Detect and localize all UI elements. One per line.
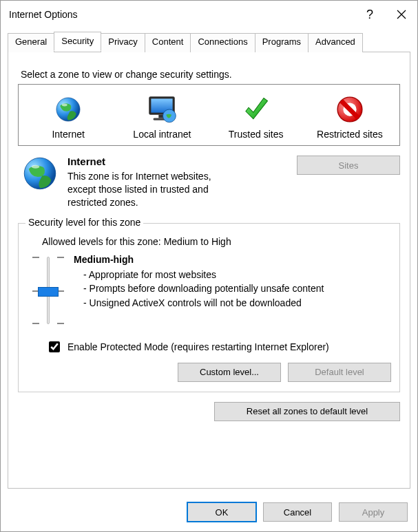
- tab-advanced[interactable]: Advanced: [308, 33, 363, 52]
- cancel-button[interactable]: Cancel: [263, 502, 332, 522]
- tab-content[interactable]: Content: [145, 33, 191, 52]
- zone-item-local-intranet[interactable]: Local intranet: [116, 90, 207, 141]
- security-bullet: - Appropriate for most websites: [83, 268, 324, 281]
- zone-detail: Internet This zone is for Internet websi…: [18, 156, 400, 209]
- tab-connections[interactable]: Connections: [190, 33, 255, 52]
- zone-list: Internet Local intranet: [18, 84, 400, 146]
- zone-item-trusted[interactable]: Trusted sites: [211, 90, 302, 141]
- zone-label: Restricted sites: [304, 129, 395, 140]
- svg-point-3: [62, 103, 67, 106]
- tab-security[interactable]: Security: [54, 32, 101, 51]
- zone-label: Local intranet: [116, 129, 207, 140]
- protected-mode-input[interactable]: [49, 341, 60, 352]
- sites-button[interactable]: Sites: [297, 156, 400, 175]
- dialog-button-row: OK Cancel Apply: [1, 496, 417, 531]
- allowed-levels-label: Allowed levels for this zone: Medium to …: [42, 236, 391, 247]
- security-level-legend: Security level for this zone: [25, 217, 143, 228]
- zone-detail-description: This zone is for Internet websites, exce…: [67, 170, 233, 209]
- security-level-slider[interactable]: [30, 253, 67, 328]
- security-level-description: Medium-high - Appropriate for most websi…: [74, 253, 324, 328]
- protected-mode-checkbox[interactable]: Enable Protected Mode (requires restarti…: [46, 339, 391, 354]
- help-button[interactable]: ?: [354, 3, 386, 25]
- zone-label: Trusted sites: [211, 129, 302, 140]
- close-button[interactable]: [386, 3, 417, 25]
- tab-privacy[interactable]: Privacy: [101, 33, 145, 52]
- apply-button[interactable]: Apply: [339, 502, 408, 522]
- tab-strip: General Security Privacy Content Connect…: [1, 28, 417, 52]
- no-entry-icon: [335, 94, 365, 125]
- security-bullet: - Unsigned ActiveX controls will not be …: [83, 296, 324, 310]
- svg-point-13: [32, 165, 39, 169]
- monitor-icon: [145, 94, 179, 125]
- reset-all-zones-button[interactable]: Reset all zones to default level: [214, 402, 400, 421]
- zone-label: Internet: [23, 129, 114, 140]
- default-level-button[interactable]: Default level: [288, 363, 391, 382]
- slider-thumb[interactable]: [38, 287, 59, 297]
- globe-icon: [22, 156, 58, 191]
- close-icon: [397, 10, 406, 19]
- zone-detail-name: Internet: [67, 156, 289, 167]
- ok-button[interactable]: OK: [187, 502, 256, 522]
- tab-page-security: Select a zone to view or change security…: [8, 52, 410, 489]
- custom-level-button[interactable]: Custom level...: [178, 363, 281, 382]
- window-title: Internet Options: [9, 9, 354, 20]
- security-level-group: Security level for this zone Allowed lev…: [18, 223, 400, 392]
- security-level-name: Medium-high: [74, 253, 324, 266]
- zone-item-restricted[interactable]: Restricted sites: [304, 90, 395, 141]
- tab-programs[interactable]: Programs: [255, 33, 309, 52]
- protected-mode-label: Enable Protected Mode (requires restarti…: [67, 341, 329, 352]
- security-bullet: - Prompts before downloading potentially…: [83, 281, 324, 295]
- tab-general[interactable]: General: [8, 33, 54, 52]
- checkmark-icon: [241, 94, 271, 125]
- globe-icon: [54, 95, 83, 124]
- zone-item-internet[interactable]: Internet: [23, 90, 114, 141]
- titlebar: Internet Options ?: [1, 1, 417, 28]
- zone-instruction: Select a zone to view or change security…: [21, 69, 400, 80]
